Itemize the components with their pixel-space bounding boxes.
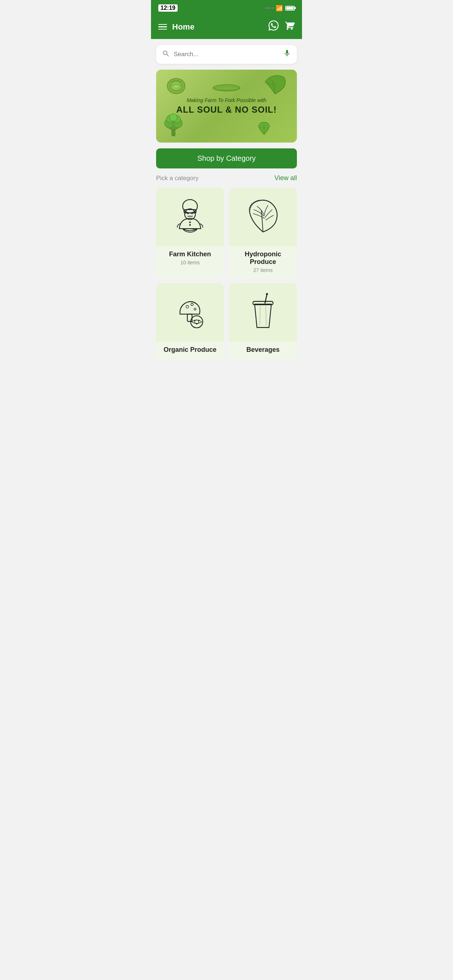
- category-section: Pick a category View all: [151, 169, 302, 366]
- category-name-farm-kitchen: Farm Kitchen: [160, 250, 220, 258]
- svg-point-22: [186, 305, 188, 308]
- status-bar: 12:19 📶: [151, 0, 302, 16]
- category-info-beverages: Beverages: [229, 342, 297, 360]
- hydroponic-leaf-icon: [243, 197, 283, 237]
- banner-subtitle: Making Farm To Fork Possible with: [176, 97, 276, 103]
- pick-category-label: Pick a category: [156, 175, 198, 182]
- svg-point-29: [196, 323, 198, 325]
- signal-icon: [266, 7, 274, 9]
- search-bar[interactable]: [156, 45, 297, 64]
- status-time: 12:19: [158, 5, 178, 12]
- svg-point-28: [198, 320, 200, 321]
- svg-point-12: [183, 199, 197, 213]
- svg-line-34: [266, 306, 266, 326]
- shop-category-label: Shop by Category: [197, 154, 256, 162]
- svg-point-17: [189, 221, 191, 223]
- svg-point-16: [191, 213, 193, 215]
- category-img-organic: [156, 283, 224, 342]
- svg-point-27: [194, 320, 195, 321]
- battery-icon: [285, 6, 295, 11]
- wifi-icon: 📶: [276, 5, 283, 12]
- svg-point-15: [187, 213, 189, 215]
- page-title: Home: [172, 22, 195, 32]
- category-grid: Farm Kitchen 10 items: [156, 188, 297, 360]
- category-name-hydroponic: Hydroponic Produce: [233, 250, 293, 266]
- mushroom-fruit-icon: [170, 293, 210, 332]
- category-card-farm-kitchen[interactable]: Farm Kitchen 10 items: [156, 188, 224, 278]
- category-img-farm-kitchen: [156, 188, 224, 246]
- category-count-farm-kitchen: 10 items: [160, 259, 220, 266]
- svg-point-23: [191, 303, 193, 305]
- svg-point-4: [214, 85, 239, 90]
- promo-banner: Making Farm To Fork Possible with ALL SO…: [156, 70, 297, 143]
- svg-point-32: [266, 293, 268, 295]
- header-icons: [268, 21, 295, 33]
- category-info-organic: Organic Produce: [156, 342, 224, 360]
- search-icon: [162, 49, 170, 59]
- app-header: Home: [151, 16, 302, 39]
- shop-category-header: Shop by Category: [156, 148, 297, 169]
- category-img-beverages: [229, 283, 297, 342]
- header-left: Home: [158, 22, 195, 32]
- status-icons: 📶: [266, 5, 295, 12]
- category-info-farm-kitchen: Farm Kitchen 10 items: [156, 246, 224, 270]
- drink-icon: [243, 293, 283, 332]
- svg-point-18: [189, 224, 191, 226]
- svg-point-24: [194, 308, 196, 310]
- category-info-hydroponic: Hydroponic Produce 27 items: [229, 246, 297, 278]
- category-name-organic: Organic Produce: [160, 346, 220, 354]
- svg-point-25: [191, 316, 203, 328]
- svg-rect-21: [187, 314, 192, 321]
- category-count-hydroponic: 27 items: [233, 267, 293, 273]
- microphone-icon[interactable]: [283, 49, 291, 59]
- banner-title: ALL SOUL & NO SOIL!: [176, 105, 276, 115]
- svg-line-33: [260, 306, 260, 326]
- view-all-button[interactable]: View all: [274, 174, 297, 182]
- cart-button[interactable]: [284, 21, 295, 33]
- category-top-bar: Pick a category View all: [156, 174, 297, 182]
- search-input[interactable]: [174, 51, 279, 58]
- category-name-beverages: Beverages: [233, 346, 293, 354]
- banner-text: Making Farm To Fork Possible with ALL SO…: [169, 90, 284, 122]
- whatsapp-button[interactable]: [268, 21, 279, 33]
- category-card-organic[interactable]: Organic Produce: [156, 283, 224, 360]
- category-card-beverages[interactable]: Beverages: [229, 283, 297, 360]
- category-card-hydroponic[interactable]: Hydroponic Produce 27 items: [229, 188, 297, 278]
- menu-button[interactable]: [158, 24, 167, 30]
- category-img-hydroponic: [229, 188, 297, 246]
- chef-icon: [170, 197, 210, 237]
